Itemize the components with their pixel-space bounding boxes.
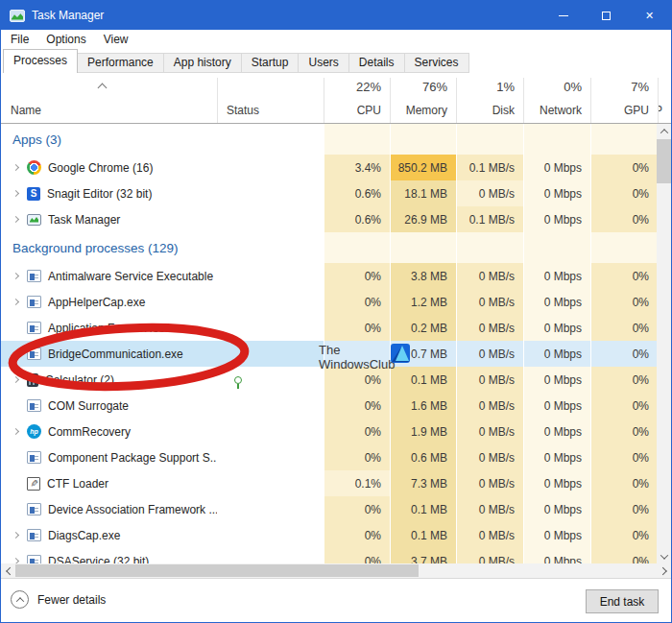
gpu-total: 7% (631, 80, 649, 94)
tab-users[interactable]: Users (298, 53, 348, 73)
horizontal-scrollbar[interactable] (1, 563, 671, 578)
memory-cell: 3.7 MB (390, 548, 456, 563)
tab-app-history[interactable]: App history (163, 53, 242, 73)
table-row[interactable]: Device Association Framework ... 0% 0.1 … (1, 496, 658, 522)
group-header-row[interactable]: Background processes (129) (1, 232, 658, 263)
disk-cell: 0 MB/s (456, 393, 523, 419)
expand-chevron-icon[interactable] (13, 165, 27, 170)
column-gpu-engine-clipped[interactable]: GP (658, 78, 671, 123)
name-cell: Device Association Framework ... (1, 496, 217, 522)
column-network[interactable]: 0% Network (523, 78, 590, 123)
disk-cell: 0 MB/s (456, 341, 523, 367)
minimize-button[interactable] (541, 1, 585, 30)
table-row[interactable]: CTF Loader 0.1% 7.3 MB 0 MB/s 0 Mbps 0% (1, 470, 658, 496)
titlebar: Task Manager ✕ (1, 1, 671, 30)
calc-icon (27, 373, 38, 387)
tab-startup[interactable]: Startup (241, 53, 300, 73)
status-cell (217, 289, 324, 315)
cpu-cell (324, 124, 390, 155)
table-row[interactable]: Antimalware Service Executable 0% 3.8 MB… (1, 263, 658, 289)
tab-performance[interactable]: Performance (77, 53, 164, 73)
column-disk[interactable]: 1% Disk (456, 78, 523, 123)
expand-chevron-icon[interactable] (13, 533, 27, 538)
table-row[interactable]: CommRecovery 0% 1.9 MB 0 MB/s 0 Mbps 0% (1, 419, 658, 444)
name-cell: BridgeCommunication.exe (1, 341, 217, 367)
disk-cell: 0 MB/s (456, 367, 523, 393)
column-name[interactable]: Name (1, 78, 217, 123)
scroll-down-button[interactable] (657, 549, 671, 563)
cpu-cell: 0% (324, 419, 390, 444)
column-gpu[interactable]: 7% GPU (590, 78, 658, 123)
status-cell (217, 341, 324, 367)
network-cell: 0 Mbps (523, 367, 590, 393)
close-button[interactable]: ✕ (628, 1, 671, 30)
name-cell: CTF Loader (1, 470, 217, 496)
menu-file[interactable]: File (1, 30, 37, 49)
menu-view[interactable]: View (95, 30, 137, 49)
end-task-button[interactable]: End task (586, 589, 659, 613)
table-row[interactable]: Google Chrome (16) 3.4% 850.2 MB 0.1 MB/… (1, 155, 658, 180)
name-cell: Background processes (129) (1, 232, 217, 263)
scroll-up-button[interactable] (657, 124, 671, 138)
expand-chevron-icon[interactable] (13, 191, 27, 196)
horizontal-scroll-thumb[interactable] (15, 564, 419, 577)
table-row[interactable]: Application Frame Host 0% 0.2 MB 0 MB/s … (1, 315, 658, 341)
table-row[interactable]: Calculator (2) 0% 0.1 MB 0 MB/s 0 Mbps 0… (1, 367, 658, 393)
memory-cell: 7.3 MB (390, 470, 456, 496)
fewer-details-toggle[interactable]: Fewer details (11, 590, 106, 609)
network-cell: 0 Mbps (523, 206, 590, 232)
network-cell: 0 Mbps (523, 496, 590, 522)
scroll-left-button[interactable] (1, 563, 15, 578)
status-cell (217, 496, 324, 522)
network-cell: 0 Mbps (523, 548, 590, 563)
cpu-cell: 0% (324, 367, 390, 393)
memory-cell: 1.6 MB (390, 393, 456, 419)
expand-chevron-icon[interactable] (13, 429, 27, 434)
table-row[interactable]: DSAService (32 bit) 0% 3.7 MB 0 MB/s 0 M… (1, 548, 658, 563)
table-row[interactable]: DiagsCap.exe 0% 0.1 MB 0 MB/s 0 Mbps 0% (1, 522, 658, 548)
vertical-scrollbar[interactable] (657, 124, 671, 563)
expand-chevron-icon[interactable] (13, 217, 27, 222)
suspended-leaf-icon (234, 376, 242, 384)
status-cell (217, 419, 324, 444)
process-name: Background processes (129) (12, 241, 179, 255)
cpu-cell: 0% (324, 393, 390, 419)
gpu-cell: 0% (590, 206, 658, 232)
table-row[interactable]: COM Surrogate 0% 1.6 MB 0 MB/s 0 Mbps 0% (1, 393, 658, 419)
menu-options[interactable]: Options (37, 30, 94, 49)
vertical-scroll-thumb[interactable] (657, 139, 671, 183)
disk-cell: 0.1 MB/s (456, 155, 523, 180)
gpu-cell: 0% (590, 263, 658, 289)
table-row[interactable]: AppHelperCap.exe 0% 1.2 MB 0 MB/s 0 Mbps… (1, 289, 658, 315)
scroll-right-button[interactable] (657, 563, 671, 578)
table-row[interactable]: BridgeCommunication.exe 0.7 MB 0 MB/s 0 … (1, 341, 658, 367)
name-cell: CommRecovery (1, 419, 217, 444)
table-row[interactable]: Component Package Support S... 0% 0.6 MB… (1, 444, 658, 470)
table-row[interactable]: Task Manager 0.6% 26.9 MB 0.1 MB/s 0 Mbp… (1, 206, 658, 232)
network-cell: 0 Mbps (523, 419, 590, 444)
expand-chevron-icon[interactable] (13, 274, 27, 278)
expand-chevron-icon[interactable] (13, 300, 27, 304)
network-cell: 0 Mbps (523, 393, 590, 419)
gpu-cell: 0% (590, 315, 658, 341)
column-memory[interactable]: 76% Memory (390, 78, 456, 123)
tab-services[interactable]: Services (404, 53, 469, 73)
maximize-button[interactable] (585, 1, 628, 30)
process-name: CommRecovery (48, 425, 131, 439)
maximize-icon (602, 12, 611, 20)
column-header: Name Status 22% CPU 76% Memory 1% Disk 0… (1, 78, 671, 124)
tab-processes[interactable]: Processes (3, 49, 78, 73)
table-row[interactable]: Snagit Editor (32 bit) 0.6% 18.1 MB 0 MB… (1, 180, 658, 206)
disk-cell: 0 MB/s (456, 444, 523, 470)
status-cell (217, 444, 324, 470)
tab-details[interactable]: Details (348, 53, 405, 73)
memory-cell: 26.9 MB (390, 206, 456, 232)
column-cpu[interactable]: 22% CPU (324, 78, 390, 123)
memory-cell: 0.1 MB (390, 496, 456, 522)
status-cell (217, 470, 324, 496)
chrome-icon (27, 160, 41, 175)
process-name: AppHelperCap.exe (48, 296, 145, 309)
expand-chevron-icon[interactable] (13, 377, 27, 382)
column-status[interactable]: Status (217, 78, 324, 123)
group-header-row[interactable]: Apps (3) (1, 124, 658, 155)
